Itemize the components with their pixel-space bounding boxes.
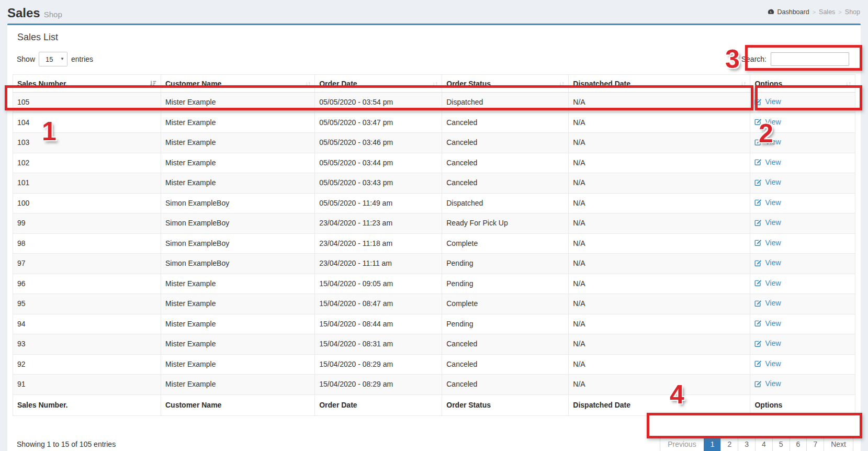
footer-column-header: Dispatched Date (569, 394, 750, 415)
footer-column-header: Order Date (315, 394, 442, 415)
view-link[interactable]: View (754, 238, 781, 248)
cell-customer-name: Mister Example (161, 173, 315, 194)
edit-icon (754, 118, 762, 126)
cell-options: View (750, 314, 855, 334)
breadcrumb-dashboard-link[interactable]: Dashboard (768, 8, 809, 16)
pagination-page-7[interactable]: 7 (807, 436, 824, 451)
view-link[interactable]: View (754, 157, 781, 167)
view-link[interactable]: View (754, 117, 781, 127)
column-header-order-status[interactable]: Order Status↓↑ (442, 75, 569, 93)
pagination-page-label: 4 (755, 436, 773, 451)
view-link[interactable]: View (754, 97, 781, 107)
pagination-next[interactable]: Next (824, 436, 853, 451)
column-header-sales-number[interactable]: Sales Number. (13, 75, 161, 93)
view-link-label: View (765, 379, 781, 389)
view-link[interactable]: View (754, 218, 781, 228)
cell-customer-name: Mister Example (161, 375, 315, 395)
table-row: 91Mister Example15/04/2020 - 08:29 amCan… (13, 375, 855, 395)
column-header-options[interactable]: Options↓↑ (750, 75, 855, 93)
edit-icon (754, 300, 762, 307)
entries-prefix-label: Show (17, 55, 35, 63)
cell-order-date: 15/04/2020 - 09:05 am (315, 274, 442, 294)
sales-list-card: Sales List Show 15 entries Search: Sales… (7, 24, 861, 451)
view-link[interactable]: View (754, 339, 781, 348)
view-link[interactable]: View (754, 298, 781, 308)
cell-order-status: Canceled (442, 133, 569, 153)
table-row: 105Mister Example05/05/2020 - 03:54 pmDi… (13, 93, 855, 113)
cell-dispatched-date: N/A (569, 153, 750, 173)
cell-order-status: Canceled (442, 153, 569, 173)
edit-icon (754, 260, 762, 267)
pagination-page-4[interactable]: 4 (756, 436, 773, 451)
cell-order-date: 05/05/2020 - 03:54 pm (315, 93, 442, 113)
cell-customer-name: Mister Example (161, 93, 315, 113)
view-link-label: View (765, 298, 781, 308)
view-link-label: View (765, 137, 781, 147)
table-bottom-bar: Showing 1 to 15 of 105 entries Previous1… (13, 436, 855, 451)
cell-options: View (750, 153, 855, 173)
table-row: 98Simon ExampleBoy23/04/2020 - 11:18 amC… (13, 233, 855, 254)
table-controls: Show 15 entries Search: (13, 46, 855, 74)
table-row: 94Mister Example15/04/2020 - 08:44 amPen… (13, 314, 855, 334)
view-link[interactable]: View (754, 379, 781, 389)
entries-select[interactable]: 15 (39, 52, 67, 66)
cell-order-status: Ready For Pick Up (442, 213, 569, 234)
sort-updown-icon: ↓↑ (846, 80, 851, 87)
cell-order-status: Dispatched (442, 93, 569, 113)
column-header-dispatched-date[interactable]: Dispatched Date↓↑ (569, 75, 750, 93)
view-link[interactable]: View (754, 278, 781, 288)
cell-sales-number: 104 (13, 112, 161, 133)
cell-sales-number: 91 (13, 375, 161, 395)
view-link[interactable]: View (754, 137, 781, 147)
content-header: SalesShop Dashboard > Sales > Shop (0, 0, 868, 24)
table-row: 104Mister Example05/05/2020 - 03:47 pmCa… (13, 112, 855, 133)
edit-icon (754, 98, 762, 106)
cell-sales-number: 97 (13, 254, 161, 274)
column-header-customer-name[interactable]: Customer Name↓↑ (161, 75, 315, 93)
view-link-label: View (765, 157, 781, 167)
cell-options: View (750, 375, 855, 395)
view-link[interactable]: View (754, 319, 781, 329)
cell-order-date: 15/04/2020 - 08:31 am (315, 334, 442, 355)
view-link[interactable]: View (754, 198, 781, 208)
pagination-page-6[interactable]: 6 (790, 436, 807, 451)
edit-icon (754, 139, 762, 146)
cell-order-date: 05/05/2020 - 03:43 pm (315, 173, 442, 194)
pagination-previous[interactable]: Previous (660, 436, 704, 451)
view-link-label: View (765, 258, 781, 268)
cell-dispatched-date: N/A (569, 173, 750, 194)
table-row: 103Mister Example05/05/2020 - 03:46 pmCa… (13, 133, 855, 153)
pagination-page-2[interactable]: 2 (721, 436, 738, 451)
search-input[interactable] (771, 52, 849, 66)
cell-options: View (750, 93, 855, 113)
table-body: 105Mister Example05/05/2020 - 03:54 pmDi… (13, 93, 855, 395)
search-control: Search: (741, 52, 849, 66)
breadcrumb-sales-link[interactable]: Sales (819, 8, 835, 16)
cell-sales-number: 101 (13, 173, 161, 194)
sort-amount-desc-icon (149, 80, 156, 87)
edit-icon (754, 239, 762, 246)
pagination-page-3[interactable]: 3 (738, 436, 756, 451)
cell-customer-name: Mister Example (161, 294, 315, 314)
cell-dispatched-date: N/A (569, 375, 750, 395)
cell-customer-name: Mister Example (161, 133, 315, 153)
table-foot: Sales Number.Customer NameOrder DateOrde… (13, 394, 855, 415)
column-label: Dispatched Date (573, 80, 630, 88)
sort-updown-icon: ↓↑ (740, 80, 746, 87)
pagination-page-1[interactable]: 1 (704, 436, 722, 451)
cell-customer-name: Mister Example (161, 354, 315, 375)
edit-icon (754, 340, 762, 347)
pagination: Previous1234567Next (660, 436, 853, 451)
cell-order-status: Dispatched (442, 193, 569, 213)
cell-sales-number: 100 (13, 193, 161, 213)
view-link[interactable]: View (754, 177, 781, 187)
view-link[interactable]: View (754, 258, 781, 268)
view-link[interactable]: View (754, 359, 781, 369)
cell-options: View (750, 213, 855, 234)
column-header-order-date[interactable]: Order Date↓↑ (315, 75, 442, 93)
pagination-page-5[interactable]: 5 (773, 436, 790, 451)
cell-sales-number: 96 (13, 274, 161, 294)
column-label: Order Status (446, 80, 491, 88)
cell-order-date: 15/04/2020 - 08:29 am (315, 354, 442, 375)
cell-customer-name: Simon ExampleBoy (161, 213, 315, 234)
